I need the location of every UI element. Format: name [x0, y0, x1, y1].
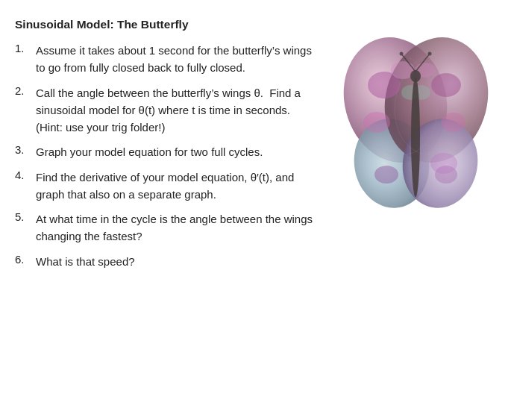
- list-item: 2. Call the angle between the butterfly’…: [15, 84, 313, 137]
- item-number-3: 3.: [15, 143, 36, 156]
- svg-point-5: [363, 112, 390, 133]
- svg-point-7: [431, 73, 461, 97]
- butterfly-image-area: [332, 18, 496, 227]
- item-text-3: Graph your model equation for two full c…: [36, 143, 263, 160]
- item-number-1: 1.: [15, 42, 36, 54]
- page-title: Sinusoidal Model: The Butterfly: [15, 18, 313, 31]
- item-number-4: 4.: [15, 169, 36, 181]
- svg-point-16: [410, 70, 421, 82]
- svg-point-10: [374, 166, 398, 184]
- item-text-1: Assume it takes about 1 second for the b…: [36, 42, 313, 77]
- list-item: 5. At what time in the cycle is the angl…: [15, 210, 313, 245]
- list-item: 1. Assume it takes about 1 second for th…: [15, 42, 313, 77]
- content-area: Sinusoidal Model: The Butterfly 1. Assum…: [15, 18, 313, 278]
- svg-point-8: [442, 113, 465, 132]
- item-text-2: Call the angle between the butterfly’s w…: [36, 84, 313, 137]
- item-text-4: Find the derivative of your model equati…: [36, 169, 313, 204]
- list-item: 3. Graph your model equation for two ful…: [15, 143, 313, 160]
- svg-point-15: [411, 78, 420, 197]
- butterfly-illustration: [336, 25, 492, 227]
- numbered-list: 1. Assume it takes about 1 second for th…: [15, 42, 313, 270]
- list-item: 4. Find the derivative of your model equ…: [15, 169, 313, 204]
- list-item: 6. What is that speed?: [15, 253, 313, 270]
- item-text-6: What is that speed?: [36, 253, 135, 270]
- item-number-5: 5.: [15, 210, 36, 223]
- item-text-5: At what time in the cycle is the angle b…: [36, 210, 313, 245]
- item-number-6: 6.: [15, 253, 36, 266]
- item-number-2: 2.: [15, 84, 36, 97]
- svg-point-12: [430, 153, 457, 174]
- page-container: Sinusoidal Model: The Butterfly 1. Assum…: [15, 18, 496, 278]
